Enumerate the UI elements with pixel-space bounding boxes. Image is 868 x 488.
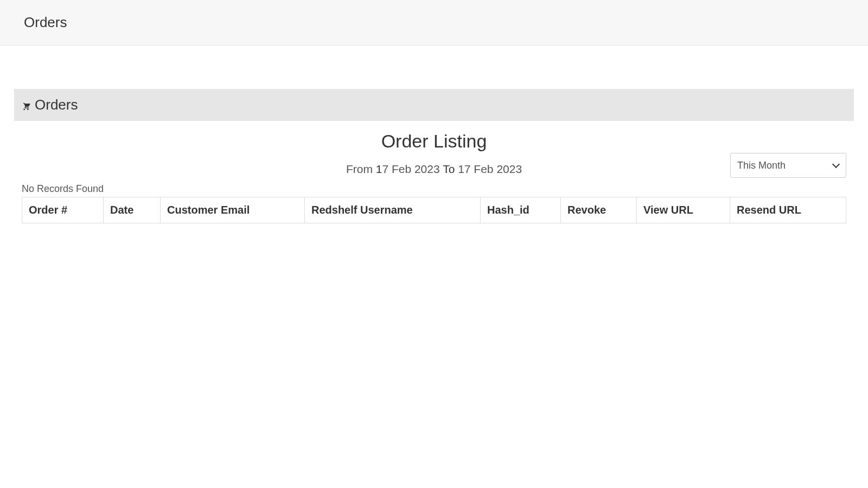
col-order-no: Order # <box>22 197 104 223</box>
listing-title: Order Listing <box>22 131 846 152</box>
top-bar: Orders <box>0 0 868 46</box>
panel-title: Orders <box>35 97 78 113</box>
col-date: Date <box>104 197 161 223</box>
col-revoke: Revoke <box>561 197 637 223</box>
period-select[interactable]: This Month <box>730 153 846 178</box>
filter-row: From 17 Feb 2023 To 17 Feb 2023 This Mon… <box>22 163 846 176</box>
orders-table: Order # Date Customer Email Redshelf Use… <box>22 197 846 223</box>
period-select-wrap: This Month <box>730 153 846 178</box>
date-range: From 17 Feb 2023 To 17 Feb 2023 <box>22 163 846 176</box>
cart-icon <box>22 100 30 111</box>
col-customer-email: Customer Email <box>161 197 305 223</box>
orders-table-head: Order # Date Customer Email Redshelf Use… <box>22 197 846 223</box>
from-date-day: 1 <box>376 163 382 175</box>
page-title: Orders <box>24 14 844 31</box>
content-area: Orders Order Listing From 17 Feb 2023 To… <box>0 46 868 223</box>
col-hash-id: Hash_id <box>481 197 561 223</box>
panel-header: Orders <box>14 89 854 121</box>
from-date-rest: 7 Feb 2023 <box>382 163 439 175</box>
table-header-row: Order # Date Customer Email Redshelf Use… <box>22 197 846 223</box>
to-label: To <box>443 163 455 175</box>
col-redshelf-username: Redshelf Username <box>305 197 481 223</box>
listing-container: Order Listing From 17 Feb 2023 To 17 Feb… <box>14 121 854 223</box>
col-resend-url: Resend URL <box>730 197 846 223</box>
no-records-message: No Records Found <box>22 183 846 195</box>
from-label: From <box>346 163 373 175</box>
col-view-url: View URL <box>637 197 730 223</box>
to-date: 17 Feb 2023 <box>458 163 522 175</box>
